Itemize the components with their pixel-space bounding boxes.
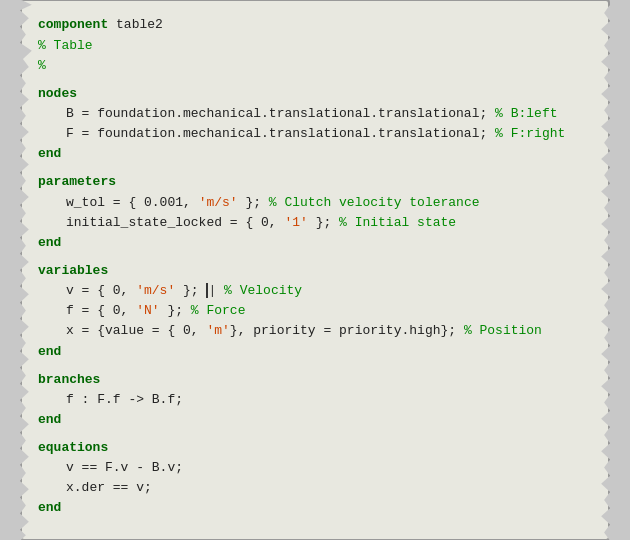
keyword-end-equations: end (38, 500, 61, 515)
keyword-nodes: nodes (38, 86, 77, 101)
comment-empty: % (38, 58, 46, 73)
var-f-line: f = { 0, 'N' }; % Force (38, 301, 592, 321)
node-f-line: F = foundation.mechanical.translational.… (38, 124, 592, 144)
keyword-variables: variables (38, 263, 108, 278)
eq-v-line: v == F.v - B.v; (38, 458, 592, 478)
keyword-end-variables: end (38, 344, 61, 359)
param-wtol: w_tol = { 0.001, 'm/s' }; % Clutch veloc… (38, 193, 592, 213)
keyword-parameters: parameters (38, 174, 116, 189)
comment-table: % Table (38, 38, 93, 53)
var-v-line: v = { 0, 'm/s' }; | % Velocity (38, 281, 592, 301)
keyword-end-nodes: end (38, 146, 61, 161)
keyword-end-parameters: end (38, 235, 61, 250)
branch-f-line: f : F.f -> B.f; (38, 390, 592, 410)
eq-xder-line: x.der == v; (38, 478, 592, 498)
node-b-line: B = foundation.mechanical.translational.… (38, 104, 592, 124)
code-content: component table2 % Table % nodes B = fou… (38, 15, 592, 518)
keyword-end-branches: end (38, 412, 61, 427)
component-name: table2 (116, 17, 163, 32)
code-editor[interactable]: component table2 % Table % nodes B = fou… (20, 0, 610, 540)
param-initial: initial_state_locked = { 0, '1' }; % Ini… (38, 213, 592, 233)
keyword-equations: equations (38, 440, 108, 455)
keyword-branches: branches (38, 372, 100, 387)
var-x-line: x = {value = { 0, 'm'}, priority = prior… (38, 321, 592, 341)
keyword-component: component (38, 17, 108, 32)
